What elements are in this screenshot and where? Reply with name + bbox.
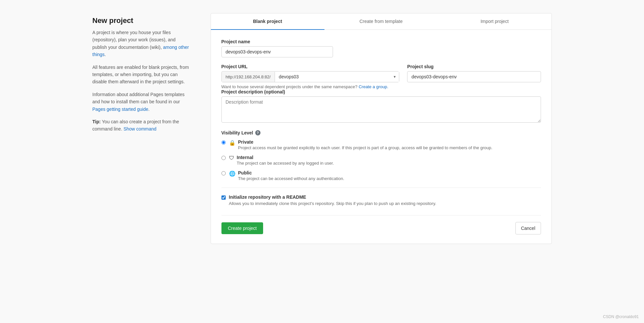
visibility-label-text: Visibility Level: [221, 130, 253, 135]
create-project-button[interactable]: Create project: [221, 222, 263, 234]
visibility-private-item: 🔒 Private Project access must be granted…: [221, 139, 541, 150]
sidebar-description-3: Information about additional Pages templ…: [93, 91, 191, 113]
visibility-internal-radio[interactable]: [221, 156, 226, 160]
sidebar: New project A project is where you house…: [93, 13, 191, 133]
private-desc: Project access must be granted explicitl…: [238, 145, 492, 150]
tip-label: Tip:: [93, 119, 101, 124]
project-url-label: Project URL: [221, 64, 400, 69]
visibility-group: Visibility Level ? 🔒 Private Project acc…: [221, 130, 541, 181]
visibility-public-radio[interactable]: [221, 171, 226, 175]
project-name-label: Project name: [221, 39, 541, 44]
tab-import-project[interactable]: Import project: [438, 13, 551, 30]
project-name-group: Project name: [221, 39, 541, 57]
project-slug-label: Project slug: [407, 64, 541, 69]
url-input-row: http://192.168.204.8:82/ devops03: [221, 71, 400, 82]
cancel-button[interactable]: Cancel: [515, 222, 541, 234]
visibility-radio-group: 🔒 Private Project access must be granted…: [221, 139, 541, 181]
visibility-public-item: 🌐 Public The project can be accessed wit…: [221, 170, 541, 181]
url-slug-row: Project URL http://192.168.204.8:82/ dev…: [221, 64, 541, 89]
visibility-private-radio[interactable]: [221, 140, 226, 145]
url-select-wrapper: devops03: [275, 71, 399, 82]
project-name-input[interactable]: [221, 46, 333, 57]
namespace-select[interactable]: devops03: [275, 71, 399, 82]
internal-desc: The project can be accessed by any logge…: [237, 161, 334, 166]
sidebar-description-2: All features are enabled for blank proje…: [93, 64, 191, 86]
private-label: Private: [238, 139, 492, 145]
visibility-label-row: Visibility Level ?: [221, 130, 541, 135]
url-prefix: http://192.168.204.8:82/: [222, 72, 275, 82]
tab-create-from-template[interactable]: Create from template: [324, 13, 438, 30]
description-label: Project description (optional): [221, 89, 541, 94]
show-command-link[interactable]: Show command: [123, 126, 156, 131]
watermark: CSDN @cronaldo91: [603, 314, 639, 319]
url-hint: Want to house several dependent projects…: [221, 84, 400, 89]
tabs-container: Blank project Create from template Impor…: [211, 13, 551, 30]
visibility-internal-item: 🛡 Internal The project can be accessed b…: [221, 155, 541, 166]
form-actions: Create project Cancel: [221, 215, 541, 234]
public-desc: The project can be accessed without any …: [238, 176, 344, 181]
page-title: New project: [93, 16, 191, 25]
globe-icon: 🌐: [229, 171, 236, 177]
main-panel: Blank project Create from template Impor…: [211, 13, 552, 244]
readme-checkbox-item: Initialize repository with a README Allo…: [221, 194, 541, 206]
description-textarea[interactable]: [221, 96, 541, 123]
project-url-group: Project URL http://192.168.204.8:82/ dev…: [221, 64, 400, 89]
lock-icon: 🔒: [229, 140, 236, 146]
readme-checkbox[interactable]: [221, 195, 226, 200]
readme-label: Initialize repository with a README: [229, 194, 436, 200]
create-group-link[interactable]: Create a group.: [359, 84, 388, 89]
project-slug-input[interactable]: [407, 71, 541, 82]
form-body: Project name Project URL http://192.168.…: [211, 30, 551, 244]
visibility-help-icon[interactable]: ?: [255, 130, 260, 135]
shield-icon: 🛡: [229, 155, 234, 161]
public-label: Public: [238, 170, 344, 175]
readme-desc: Allows you to immediately clone this pro…: [229, 201, 436, 206]
description-group: Project description (optional): [221, 89, 541, 124]
tab-blank-project[interactable]: Blank project: [211, 13, 324, 30]
sidebar-tip: Tip: You can also create a project from …: [93, 118, 191, 133]
sidebar-description-1: A project is where you house your files …: [93, 29, 191, 58]
internal-label: Internal: [237, 155, 334, 160]
pages-guide-link[interactable]: Pages getting started guide: [93, 107, 148, 112]
project-slug-group: Project slug: [407, 64, 541, 82]
readme-group: Initialize repository with a README Allo…: [221, 188, 541, 206]
